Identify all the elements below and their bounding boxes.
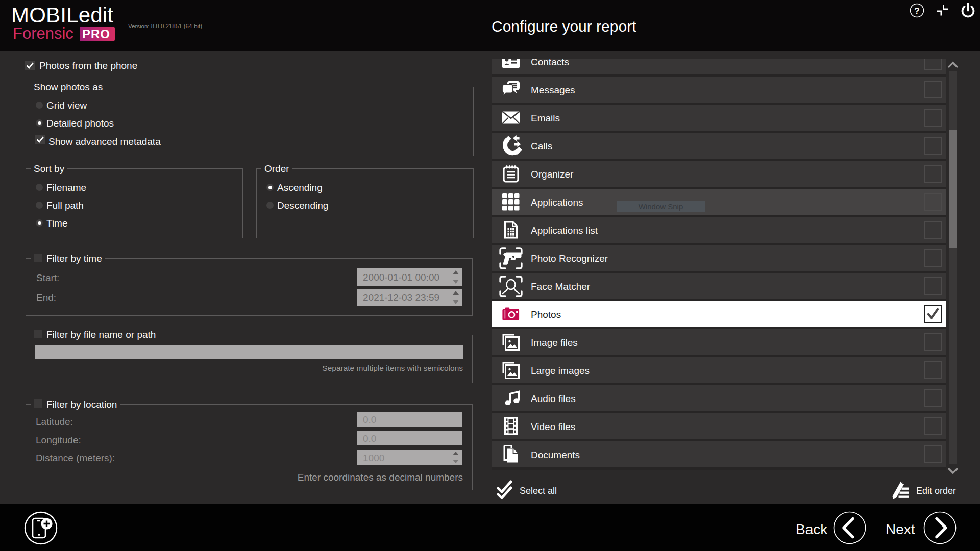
svg-text:?: ? (914, 6, 919, 16)
